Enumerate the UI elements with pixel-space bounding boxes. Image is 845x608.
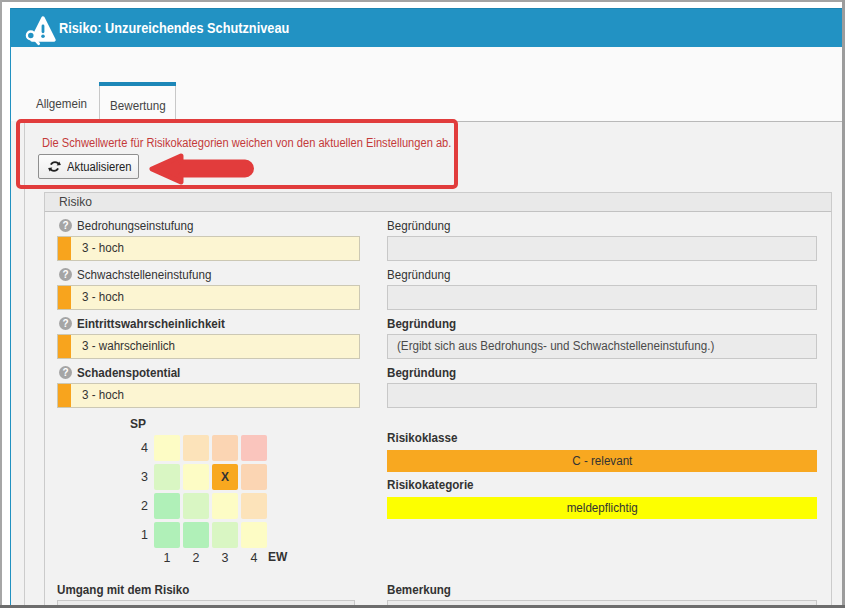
rating-field[interactable]: 3 - hoch [57,383,360,408]
question-icon[interactable]: ? [59,366,72,379]
matrix-cell[interactable] [212,435,238,461]
matrix-cell[interactable] [183,435,209,461]
matrix-cell[interactable] [154,522,180,548]
warning-message: Die Schwellwerte für Risikokategorien we… [42,136,451,150]
matrix-col-label: 4 [241,551,267,565]
matrix-col-label: 1 [154,551,180,565]
matrix-cell[interactable] [212,522,238,548]
risk-dialog-window: Risiko: Unzureichendes Schutzniveau Allg… [0,0,845,608]
matrix-cell[interactable] [241,522,267,548]
tab-bewertung[interactable]: Bewertung [99,82,176,122]
matrix-cell[interactable] [241,493,267,519]
matrix-cell[interactable] [154,435,180,461]
begruendung-label: Begründung [387,268,450,282]
rating-color-bar [58,286,71,309]
question-icon[interactable]: ? [59,268,72,281]
matrix-y-axis-label: SP [130,417,146,431]
matrix-cell[interactable] [154,493,180,519]
matrix-cell[interactable] [241,464,267,490]
begruendung-label: Begründung [387,317,456,331]
matrix-cell[interactable]: X [212,464,238,490]
rating-color-bar [58,237,71,260]
aktualisieren-button[interactable]: Aktualisieren [38,154,139,179]
matrix-row-label: 3 [128,470,148,484]
question-icon[interactable]: ? [59,317,72,330]
matrix-cell[interactable] [212,493,238,519]
begruendung-field[interactable] [387,383,817,408]
matrix-cell[interactable] [183,493,209,519]
matrix-cell[interactable] [154,464,180,490]
matrix-cell[interactable] [183,464,209,490]
bemerkung-label: Bemerkung [387,583,451,597]
dialog-titlebar: Risiko: Unzureichendes Schutzniveau [10,8,842,47]
risikoklasse-value-bar: C - relevant [387,450,817,472]
field-label: Bedrohungseinstufung [77,219,193,233]
begruendung-field[interactable] [387,236,817,261]
matrix-row-label: 2 [128,499,148,513]
question-icon[interactable]: ? [59,219,72,232]
matrix-row-label: 4 [128,441,148,455]
rating-color-bar [58,335,71,358]
field-label: Schwachstelleneinstufung [77,268,211,282]
begruendung-label: Begründung [387,366,456,380]
dialog-left-border [10,8,11,605]
risiko-section-header: Risiko [44,192,832,212]
rating-field[interactable]: 3 - wahrscheinlich [57,334,360,359]
begruendung-label: Begründung [387,219,450,233]
matrix-row-label: 1 [128,528,148,542]
risikokategorie-label: Risikokategorie [387,478,474,492]
umgang-label: Umgang mit dem Risiko [57,583,189,597]
begruendung-field[interactable]: (Ergibt sich aus Bedrohungs- und Schwach… [387,334,817,359]
matrix-x-axis-label: EW [268,550,287,564]
matrix-cell[interactable] [183,522,209,548]
panel-left-border [24,121,25,605]
dialog-title: Risiko: Unzureichendes Schutzniveau [59,9,289,47]
window-frame-top [0,0,845,2]
field-label: Eintrittswahrscheinlichkeit [77,317,225,331]
risikokategorie-value-bar: meldepflichtig [387,497,817,519]
refresh-icon [48,160,61,173]
matrix-col-label: 3 [212,551,238,565]
window-frame-left [0,0,2,608]
risk-warning-magnifier-icon [24,14,60,49]
tab-allgemein[interactable]: Allgemein [24,82,99,121]
annotation-arrow-icon [140,150,256,188]
matrix-col-label: 2 [183,551,209,565]
risikoklasse-label: Risikoklasse [387,431,457,445]
rating-color-bar [58,384,71,407]
begruendung-field[interactable] [387,285,817,310]
matrix-cell[interactable] [241,435,267,461]
rating-field[interactable]: 3 - hoch [57,236,360,261]
rating-field[interactable]: 3 - hoch [57,285,360,310]
field-label: Schadenspotential [77,366,180,380]
